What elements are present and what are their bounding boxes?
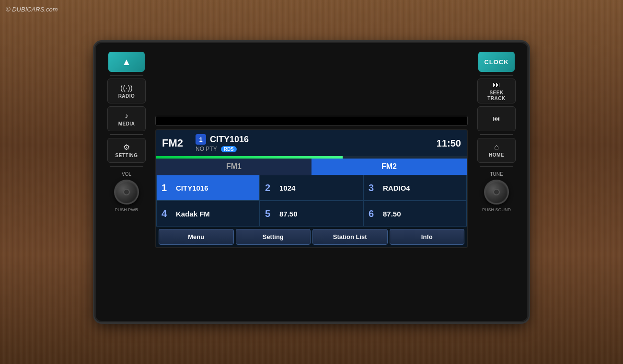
tune-label: TUNE [490, 171, 503, 177]
watermark: © DUBICARS.com [6, 6, 58, 13]
seek-back-icon: ⏮ [493, 114, 500, 123]
preset-1-name: CITY1016 [176, 184, 208, 192]
preset-6[interactable]: 6 87.50 [363, 201, 467, 227]
seek-forward-icon: ⏭ [493, 80, 500, 89]
seek-track-button[interactable]: ⏭ SEEKTRACK [477, 79, 516, 103]
screen: FM2 1 CITY1016 NO PTY RDS 11:50 [155, 129, 468, 248]
media-label: MEDIA [118, 121, 135, 126]
right-divider-1 [480, 75, 513, 76]
home-label: HOME [489, 152, 504, 158]
time-display: 11:50 [432, 138, 461, 149]
left-divider-3 [110, 166, 143, 167]
tune-knob[interactable] [484, 180, 509, 205]
band-tabs: FM1 FM2 [156, 159, 467, 175]
no-pty-label: NO PTY [196, 146, 217, 152]
preset-3-name: RADIO4 [383, 184, 410, 192]
presets-grid: 1 CITY1016 2 1024 3 RADIO4 4 Kadak FM [156, 175, 467, 227]
tab-fm2[interactable]: FM2 [312, 159, 467, 175]
eject-icon: ▲ [122, 57, 131, 68]
menu-button[interactable]: Menu [159, 229, 234, 245]
setting-label: SETTING [115, 153, 138, 158]
preset-2[interactable]: 2 1024 [260, 175, 363, 201]
preset-4-name: Kadak FM [176, 210, 210, 218]
fm-label: FM2 [162, 137, 191, 149]
station-info: 1 CITY1016 NO PTY RDS [196, 134, 427, 152]
preset-5-number: 5 [265, 208, 276, 219]
push-sound-label: PUSH SOUND [482, 207, 511, 212]
main-bezel: ▲ ((·)) RADIO ♪ MEDIA ⚙ SETTING VOL PUSH… [96, 43, 527, 321]
home-button[interactable]: ⌂ HOME [477, 138, 516, 163]
vol-knob[interactable] [114, 180, 139, 205]
info-button[interactable]: Info [390, 229, 465, 245]
setting-screen-button[interactable]: Setting [236, 229, 311, 245]
station-number-badge: 1 [196, 134, 206, 145]
preset-4-number: 4 [162, 208, 172, 219]
right-panel: CLOCK ⏭ SEEKTRACK ⏮ ⌂ HOME TUNE PUSH SOU… [473, 52, 520, 312]
car-unit-wrapper: ▲ ((·)) RADIO ♪ MEDIA ⚙ SETTING VOL PUSH… [60, 19, 563, 345]
preset-5[interactable]: 5 87.50 [260, 201, 363, 227]
preset-3-number: 3 [369, 182, 379, 193]
radio-icon: ((·)) [120, 84, 133, 92]
clock-label: CLOCK [484, 58, 508, 66]
station-list-button[interactable]: Station List [312, 229, 388, 245]
preset-2-number: 2 [265, 182, 276, 193]
preset-6-name: 87.50 [383, 210, 401, 218]
clock-button[interactable]: CLOCK [478, 52, 515, 72]
rds-badge: RDS [221, 146, 237, 152]
progress-bar-fill [156, 156, 343, 159]
preset-1-number: 1 [162, 182, 172, 193]
eject-button[interactable]: ▲ [108, 52, 145, 72]
preset-6-number: 6 [369, 208, 379, 219]
preset-3[interactable]: 3 RADIO4 [363, 175, 467, 201]
preset-5-name: 87.50 [279, 210, 298, 218]
station-name: CITY1016 [210, 135, 249, 145]
push-pwr-label: PUSH PWR [115, 207, 138, 212]
setting-button[interactable]: ⚙ SETTING [107, 138, 146, 163]
media-button[interactable]: ♪ MEDIA [107, 106, 146, 131]
right-divider-3 [480, 166, 513, 167]
screen-header: FM2 1 CITY1016 NO PTY RDS 11:50 [156, 130, 467, 156]
setting-icon: ⚙ [123, 143, 130, 152]
cd-slot [155, 116, 468, 125]
station-name-row: 1 CITY1016 [196, 134, 427, 145]
radio-button[interactable]: ((·)) RADIO [107, 79, 146, 103]
preset-4[interactable]: 4 Kadak FM [156, 201, 260, 227]
left-divider-1 [110, 75, 143, 76]
preset-2-name: 1024 [279, 184, 295, 192]
bottom-buttons: Menu Setting Station List Info [156, 227, 467, 247]
seek-track-label: SEEKTRACK [487, 90, 506, 102]
center-panel: FM2 1 CITY1016 NO PTY RDS 11:50 [155, 116, 468, 248]
progress-bar-container [156, 156, 467, 159]
seek-back-button[interactable]: ⏮ [477, 106, 516, 131]
media-icon: ♪ [125, 112, 128, 120]
left-divider-2 [110, 134, 143, 135]
left-panel: ▲ ((·)) RADIO ♪ MEDIA ⚙ SETTING VOL PUSH… [103, 52, 150, 312]
radio-label: RADIO [118, 93, 135, 99]
home-icon: ⌂ [494, 143, 499, 151]
right-divider-2 [480, 134, 513, 135]
tab-fm1[interactable]: FM1 [156, 159, 312, 175]
preset-1[interactable]: 1 CITY1016 [156, 175, 260, 201]
vol-label: VOL [122, 171, 131, 177]
